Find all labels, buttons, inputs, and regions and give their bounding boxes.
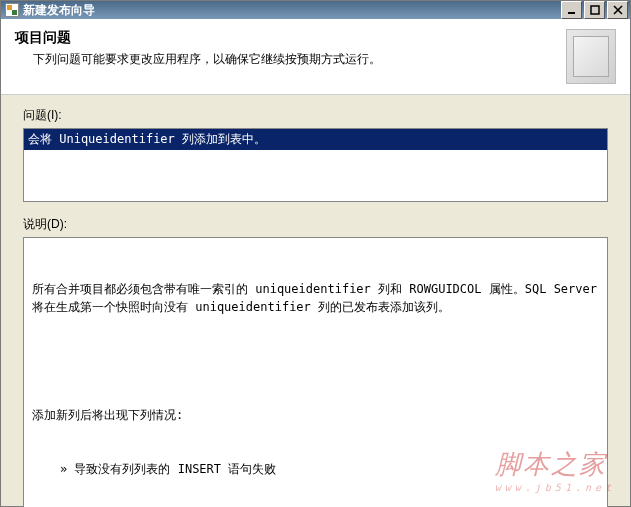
close-button[interactable] xyxy=(607,1,628,19)
description-label: 说明(D): xyxy=(23,216,608,233)
description-box[interactable]: 所有合并项目都必须包含带有唯一索引的 uniqueidentifier 列和 R… xyxy=(23,237,608,507)
issue-item-selected[interactable]: 会将 Uniqueidentifier 列添加到表中。 xyxy=(24,129,607,150)
desc-line: 添加新列后将出现下列情况: xyxy=(32,406,599,424)
issues-label: 问题(I): xyxy=(23,107,608,124)
page-title: 项目问题 xyxy=(15,29,556,47)
desc-line: 所有合并项目都必须包含带有唯一索引的 uniqueidentifier 列和 R… xyxy=(32,280,599,316)
maximize-button[interactable] xyxy=(584,1,605,19)
svg-rect-1 xyxy=(591,6,599,14)
desc-bullet: 导致没有列列表的 INSERT 语句失败 xyxy=(32,460,599,478)
app-icon xyxy=(5,3,19,17)
content-area: 问题(I): 会将 Uniqueidentifier 列添加到表中。 说明(D)… xyxy=(1,95,630,507)
minimize-button[interactable] xyxy=(561,1,582,19)
header-text: 项目问题 下列问题可能要求更改应用程序，以确保它继续按预期方式运行。 xyxy=(15,29,556,68)
page-subtitle: 下列问题可能要求更改应用程序，以确保它继续按预期方式运行。 xyxy=(15,51,556,68)
window-title: 新建发布向导 xyxy=(23,2,561,19)
wizard-header: 项目问题 下列问题可能要求更改应用程序，以确保它继续按预期方式运行。 xyxy=(1,19,630,95)
titlebar: 新建发布向导 xyxy=(1,1,630,19)
wizard-window: 新建发布向导 项目问题 下列问题可能要求更改应用程序，以确保它继续按预期方式运行… xyxy=(0,0,631,507)
window-buttons xyxy=(561,1,628,19)
svg-rect-0 xyxy=(568,12,575,14)
header-icon xyxy=(566,29,616,84)
desc-blank xyxy=(32,352,599,370)
issues-listbox[interactable]: 会将 Uniqueidentifier 列添加到表中。 xyxy=(23,128,608,202)
